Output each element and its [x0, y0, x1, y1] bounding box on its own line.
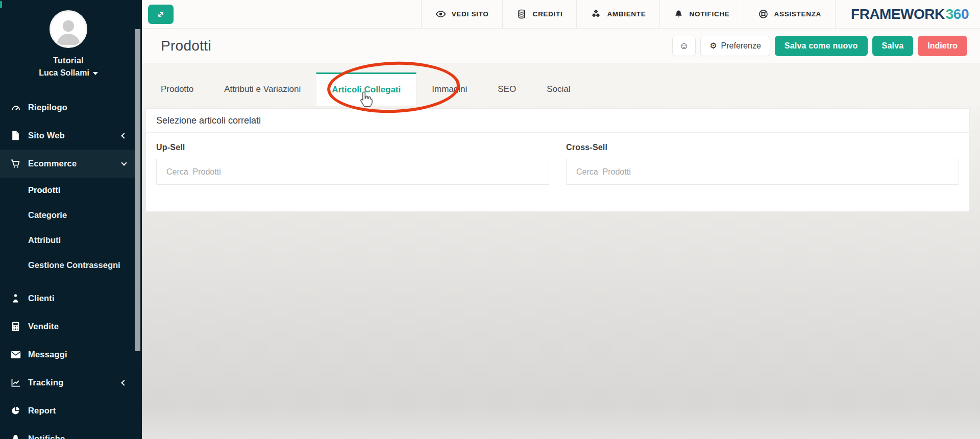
- caret-down-icon: [93, 72, 98, 75]
- panel-title: Selezione articoli correlati: [146, 109, 969, 133]
- chevron-left-icon: [121, 380, 127, 385]
- calculator-icon: [10, 321, 21, 332]
- emoji-button[interactable]: ☺: [672, 36, 696, 56]
- save-as-new-button[interactable]: Salva come nuovo: [775, 36, 868, 56]
- sidebar-subitem-categorie[interactable]: Categorie: [0, 203, 140, 228]
- cart-icon: [10, 158, 21, 169]
- sidebar-item-tracking[interactable]: Tracking: [0, 369, 140, 397]
- eye-icon: [435, 9, 446, 19]
- chevron-left-icon: [121, 133, 127, 138]
- bell-icon: [10, 433, 21, 439]
- sidebar-scrollbar-thumb[interactable]: [135, 29, 140, 351]
- smiley-icon: ☺: [679, 40, 689, 52]
- crosssell-search-input[interactable]: [566, 159, 959, 185]
- sidebar: Tutorial Luca Sollami Riepilogo Sito Web: [0, 0, 142, 439]
- sidebar-subitem-gestione-contrassegni[interactable]: Gestione Contrassegni: [0, 253, 140, 278]
- avatar[interactable]: [50, 10, 87, 48]
- page-header: Prodotti ☺ ⚙ Preferenze Salva come nuovo…: [142, 29, 980, 63]
- team-name: Tutorial: [0, 56, 137, 65]
- ecommerce-submenu: Prodotti Categorie Attributi Gestione Co…: [0, 178, 140, 278]
- related-articles-panel: Selezione articoli correlati Up-Sell Cro…: [145, 108, 970, 212]
- content-area: Selezione articoli correlati Up-Sell Cro…: [142, 106, 980, 439]
- save-button[interactable]: Salva: [872, 36, 914, 56]
- tab-immagini[interactable]: Immagini: [416, 72, 482, 106]
- sidebar-item-clienti[interactable]: Clienti: [0, 284, 140, 312]
- sidebar-item-vendite[interactable]: Vendite: [0, 312, 140, 340]
- coins-icon: [517, 9, 527, 19]
- gear-icon: ⚙: [709, 41, 717, 51]
- user-silhouette-icon: [52, 14, 85, 46]
- upsell-label: Up-Sell: [156, 143, 549, 152]
- sidebar-item-ecommerce[interactable]: Ecommerce: [0, 150, 140, 178]
- tab-articoli-collegati[interactable]: Articoli Collegati: [316, 72, 416, 106]
- sidebar-item-messaggi[interactable]: Messaggi: [0, 340, 140, 369]
- app: Tutorial Luca Sollami Riepilogo Sito Web: [0, 0, 980, 439]
- upsell-field: Up-Sell: [156, 143, 549, 185]
- sidebar-item-report[interactable]: Report: [0, 397, 140, 425]
- tab-attributi-e-variazioni[interactable]: Attributi e Variazioni: [209, 72, 316, 106]
- envelope-icon: [10, 349, 21, 360]
- topbar-item-vedi-sito[interactable]: VEDI SITO: [421, 0, 503, 28]
- gauge-icon: [10, 102, 21, 113]
- chevron-down-icon: [121, 160, 127, 165]
- topbar-item-assistenza[interactable]: ASSISTENZA: [744, 0, 836, 28]
- tab-prodotto[interactable]: Prodotto: [145, 72, 209, 106]
- topbar: VEDI SITO CREDITI AMBIENTE NOTIFICHE: [142, 0, 980, 29]
- header-actions: ☺ ⚙ Preferenze Salva come nuovo Salva In…: [672, 36, 967, 56]
- lifebuoy-icon: [758, 9, 769, 19]
- tab-bar: Prodotto Attributi e Variazioni Articoli…: [142, 63, 980, 106]
- person-icon: [10, 293, 21, 304]
- expand-arrows-icon: [156, 10, 165, 19]
- pie-chart-icon: [10, 405, 21, 416]
- user-menu[interactable]: Luca Sollami: [0, 68, 137, 78]
- topbar-item-ambiente[interactable]: AMBIENTE: [576, 0, 659, 28]
- topbar-item-notifiche[interactable]: NOTIFICHE: [659, 0, 743, 28]
- topbar-item-crediti[interactable]: CREDITI: [502, 0, 576, 28]
- tab-social[interactable]: Social: [531, 72, 585, 106]
- cubes-icon: [591, 9, 601, 19]
- page-icon: [10, 130, 21, 141]
- bell-icon: [674, 9, 683, 19]
- sidebar-nav: Riepilogo Sito Web Ecommerce Prodotti Ca…: [0, 93, 140, 439]
- back-button[interactable]: Indietro: [918, 36, 967, 56]
- page-title: Prodotti: [161, 38, 211, 54]
- upsell-search-input[interactable]: [156, 159, 549, 185]
- tab-seo[interactable]: SEO: [482, 72, 531, 106]
- sidebar-subitem-attributi[interactable]: Attributi: [0, 228, 140, 253]
- sidebar-subitem-prodotti[interactable]: Prodotti: [0, 178, 140, 203]
- sidebar-item-notifiche[interactable]: Notifiche: [0, 425, 140, 439]
- sidebar-item-sito-web[interactable]: Sito Web: [0, 121, 140, 150]
- expand-button[interactable]: [148, 5, 174, 24]
- chart-line-icon: [10, 377, 21, 388]
- framework360-logo[interactable]: FRAMEWORK360: [835, 0, 980, 28]
- crosssell-field: Cross-Sell: [566, 143, 959, 185]
- sidebar-toggle-sliver[interactable]: [0, 1, 2, 8]
- preferences-button[interactable]: ⚙ Preferenze: [700, 36, 770, 56]
- main-area: VEDI SITO CREDITI AMBIENTE NOTIFICHE: [142, 0, 980, 439]
- profile-block: Tutorial Luca Sollami: [0, 0, 137, 78]
- crosssell-label: Cross-Sell: [566, 143, 959, 152]
- sidebar-item-riepilogo[interactable]: Riepilogo: [0, 93, 140, 121]
